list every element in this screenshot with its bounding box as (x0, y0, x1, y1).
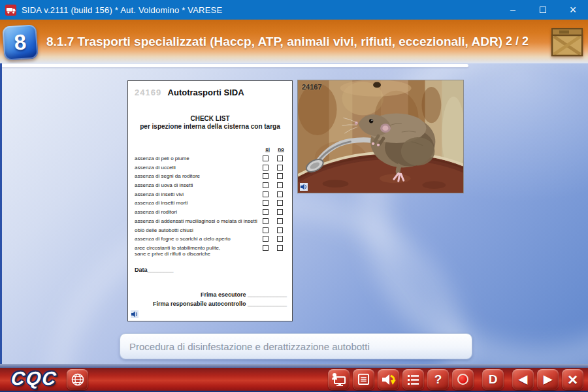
wooden-crate-icon (551, 27, 583, 57)
page-indicator: 2 / 2 (506, 35, 529, 48)
checkbox-column-headers: si no (135, 146, 287, 153)
checkbox-si (263, 209, 269, 215)
checklist-row: assenza di addensati mucillaginosi o mel… (135, 217, 287, 226)
text-page-icon (357, 373, 370, 385)
col-header-si: si (265, 146, 270, 152)
checklist-row: assenza di uccelli (135, 163, 287, 172)
date-line: Data________ (135, 267, 174, 273)
list-icon (407, 374, 420, 385)
cqc-logo: CQC (10, 369, 58, 388)
maximize-icon (540, 7, 546, 13)
text-page-button[interactable] (353, 369, 374, 390)
checkbox-no (277, 155, 283, 161)
checkbox-no (277, 245, 283, 251)
lesson-header: 8 8.1.7 Trasporti specializzati (Haccp, … (0, 20, 588, 63)
titlebar: SIDA v.2111 (build 156) * Aut. Voldomino… (0, 0, 588, 20)
checkbox-si (263, 155, 269, 161)
col-header-no: no (278, 146, 284, 152)
next-button[interactable]: ▶ (537, 369, 559, 390)
checklist-row: aree circostanti lo stabilimento pulite,… (135, 244, 287, 258)
checkbox-no (277, 200, 283, 206)
checkbox-no (277, 165, 283, 171)
rat-photo-illustration (298, 80, 463, 193)
checklist-row: oblò delle autobotti chiusi (135, 226, 287, 235)
checklist-rows: assenza di peli o piume assenza di uccel… (135, 154, 287, 258)
document-title: 24169 Autotrasporti SIDA (135, 86, 244, 98)
signature-line-1: Frima esecutore ____________ (201, 291, 287, 298)
signature-line-2: Firma responsabile autocontrollo _______… (153, 301, 287, 307)
checkbox-no (277, 173, 283, 179)
checkbox-si (263, 245, 269, 251)
caption-text: Procedura di disinfestazione e derattizz… (129, 341, 370, 352)
lesson-canvas: 24169 Autotrasporti SIDA CHECK LIST per … (0, 63, 588, 364)
checklist-row: assenza di insetti vivi (135, 190, 287, 199)
globe-icon (71, 372, 85, 387)
checkbox-si (263, 236, 269, 242)
help-icon: ? (434, 372, 442, 387)
audio-button[interactable] (378, 369, 399, 390)
minimize-icon: – (510, 5, 515, 15)
record-button[interactable] (452, 369, 474, 390)
screen-person-icon (331, 372, 346, 386)
classroom-mode-button[interactable] (328, 369, 350, 390)
document-brand: Autotrasporti SIDA (168, 88, 244, 97)
bottom-toolbar: CQC (0, 364, 588, 392)
checkbox-si (263, 191, 269, 197)
checkbox-no (277, 218, 283, 224)
toolbar-bar: CQC (0, 368, 588, 391)
photo-code: 24167 (302, 83, 322, 91)
checkbox-si (263, 227, 269, 233)
window-controls: – × (498, 0, 588, 20)
record-icon (457, 374, 468, 385)
checkbox-si (263, 165, 269, 171)
prev-arrow-icon: ◀ (519, 372, 527, 386)
checkbox-no (277, 227, 283, 233)
caption-bar: Procedura di disinfestazione e derattizz… (120, 333, 472, 359)
checklist-row: assenza di roditori (135, 208, 287, 217)
speaker-icon[interactable] (300, 183, 308, 191)
checklist-row: assenza di segni da roditore (135, 172, 287, 181)
checklist-document: 24169 Autotrasporti SIDA CHECK LIST per … (127, 80, 293, 321)
sida-truck-app-icon (5, 5, 16, 16)
checkbox-no (277, 182, 283, 188)
document-heading: CHECK LIST (128, 115, 292, 122)
dictionary-icon: D (489, 372, 498, 387)
document-subheading: per ispezione interna della cisterna con… (128, 123, 292, 130)
exit-x-icon: × (568, 371, 578, 388)
speaker-icon[interactable] (131, 310, 139, 318)
close-icon: × (570, 3, 577, 17)
next-arrow-icon: ▶ (544, 372, 552, 386)
checkbox-si (263, 200, 269, 206)
lesson-photo: 24167 (297, 80, 464, 193)
checkbox-no (277, 209, 283, 215)
minimize-button[interactable]: – (498, 0, 528, 20)
checkbox-no (277, 236, 283, 242)
checklist-row: assenza di peli o piume (135, 154, 287, 163)
checklist-row: assenza di uova di insetti (135, 181, 287, 190)
maximize-button[interactable] (528, 0, 558, 20)
app-window: SIDA v.2111 (build 156) * Aut. Voldomino… (0, 0, 588, 392)
checkbox-no (277, 191, 283, 197)
checklist-row: assenza di fogne o scarichi a cielo aper… (135, 235, 287, 244)
header-divider (2, 64, 468, 67)
document-code: 24169 (135, 88, 161, 97)
dictionary-button[interactable]: D (482, 369, 504, 390)
checkbox-si (263, 182, 269, 188)
checkbox-si (263, 173, 269, 179)
close-button[interactable]: × (558, 0, 588, 20)
exit-button[interactable]: × (562, 369, 583, 390)
language-button[interactable] (67, 369, 88, 390)
help-button[interactable]: ? (427, 369, 449, 390)
previous-button[interactable]: ◀ (512, 369, 534, 390)
checkbox-si (263, 218, 269, 224)
lesson-title: 8.1.7 Trasporti specializzati (Haccp, AT… (46, 35, 506, 49)
window-title: SIDA v.2111 (build 156) * Aut. Voldomino… (22, 5, 222, 15)
speaker-arrow-icon (381, 372, 397, 387)
chapter-badge: 8 (2, 24, 39, 61)
checklist-row: assenza di insetti morti (135, 199, 287, 208)
index-button[interactable] (402, 369, 424, 390)
